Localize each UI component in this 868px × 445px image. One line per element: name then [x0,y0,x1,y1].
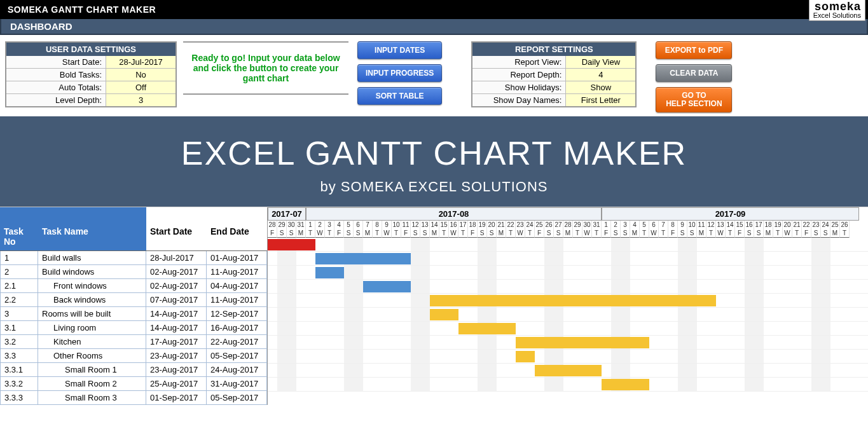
day-number: 11 [697,221,706,229]
table-row[interactable]: 2.2 Back windows 07-Aug-2017 11-Aug-2017 [0,293,267,307]
setting-value[interactable]: First Letter [565,94,635,106]
day-number: 13 [420,221,430,229]
gantt-bar[interactable] [516,337,649,348]
input-dates-button[interactable]: INPUT DATES [357,41,442,59]
setting-row: Show Holidays: Show [472,81,635,93]
day-number: 24 [821,221,830,229]
day-number: 2 [315,221,325,229]
setting-value[interactable]: 4 [565,69,635,81]
task-table: Task No Task Name Start Date End Date 1 … [0,207,268,405]
day-letter: S [544,229,554,238]
logo-big: someka [813,1,861,12]
gantt-bar[interactable] [430,309,458,320]
day-letter: W [716,229,726,238]
day-letter: S [821,229,830,238]
gantt-bar[interactable] [315,253,411,264]
gantt-bar[interactable] [268,239,315,250]
setting-label: Report View: [472,56,565,68]
day-letter: S [611,229,621,238]
day-letter: S [344,229,354,238]
cell-start: 01-Sep-2017 [146,391,207,404]
day-letter: T [306,229,315,238]
report-settings-header: REPORT SETTINGS [472,43,635,56]
cell-task-name: Living room [38,321,146,334]
gantt-bar[interactable] [458,323,516,334]
setting-value[interactable]: 28-Jul-2017 [106,56,176,68]
day-number: 24 [525,221,535,229]
day-number: 19 [773,221,783,229]
day-letter: M [697,229,706,238]
cell-start: 23-Aug-2017 [146,363,207,376]
col-task-no: Task No [0,207,38,251]
day-number: 4 [334,221,344,229]
input-progress-button[interactable]: INPUT PROGRESS [357,64,442,82]
gantt-bar[interactable] [602,379,649,390]
cell-task-no: 3.3 [0,349,38,362]
setting-row: Report View: Daily View [472,56,635,68]
cell-task-name: Build walls [38,251,146,264]
day-letter: S [745,229,754,238]
setting-value[interactable]: No [106,69,176,81]
day-number: 18 [468,221,478,229]
gantt-bar[interactable] [430,295,716,306]
table-row[interactable]: 3 Rooms will be built 14-Aug-2017 12-Sep… [0,307,267,321]
table-row[interactable]: 3.2 Kitchen 17-Aug-2017 22-Aug-2017 [0,335,267,349]
cell-task-name: Other Rooms [38,349,146,362]
cell-task-name: Build windows [38,265,146,278]
gantt-bar[interactable] [363,281,411,292]
day-letter: S [621,229,630,238]
day-number: 18 [764,221,773,229]
setting-value[interactable]: Show [565,81,635,93]
ready-message: Ready to go! Input your data below and c… [183,41,348,95]
cell-task-no: 1 [0,251,38,264]
cell-task-name: Small Room 2 [38,377,146,390]
gantt-bar[interactable] [516,351,535,362]
day-letter: T [840,229,850,238]
table-row[interactable]: 3.1 Living room 14-Aug-2017 16-Aug-2017 [0,321,267,335]
day-number: 31 [592,221,602,229]
cell-task-no: 3 [0,307,38,320]
day-number: 13 [716,221,726,229]
day-number: 23 [811,221,821,229]
col-end: End Date [207,207,267,251]
table-row[interactable]: 2.1 Front windows 02-Aug-2017 04-Aug-201… [0,279,267,293]
cell-start: 23-Aug-2017 [146,349,207,362]
cell-end: 01-Aug-2017 [207,251,267,264]
cell-start: 02-Aug-2017 [146,265,207,278]
setting-value[interactable]: Off [106,81,176,93]
table-row[interactable]: 3.3.3 Small Room 3 01-Sep-2017 05-Sep-20… [0,391,267,405]
bar-row [268,294,868,308]
setting-value[interactable]: Daily View [565,56,635,68]
secondary-buttons: EXPORT to PDF CLEAR DATA GO TO HELP SECT… [656,41,732,113]
bar-row [268,280,868,294]
table-row[interactable]: 2 Build windows 02-Aug-2017 11-Aug-2017 [0,265,267,279]
day-letter: T [506,229,516,238]
day-number: 6 [649,221,659,229]
day-number: 14 [430,221,439,229]
bar-area [268,238,868,392]
cell-task-no: 2 [0,265,38,278]
help-button[interactable]: GO TO HELP SECTION [656,87,732,113]
day-letter: T [325,229,334,238]
gantt-bar[interactable] [535,365,602,376]
gantt-chart: Task No Task Name Start Date End Date 1 … [0,207,868,405]
daylet-row: FSSMTWTFSSMTWTFSSMTWTFSSMTWTFSSMTWTFSSMT… [268,229,868,238]
export-pdf-button[interactable]: EXPORT to PDF [656,41,732,59]
setting-value[interactable]: 3 [106,94,176,106]
clear-data-button[interactable]: CLEAR DATA [656,64,732,82]
day-number: 17 [458,221,468,229]
day-letter: F [268,229,277,238]
table-row[interactable]: 3.3.2 Small Room 2 25-Aug-2017 31-Aug-20… [0,377,267,391]
cell-start: 28-Jul-2017 [146,251,207,264]
gantt-bar[interactable] [315,267,344,278]
table-row[interactable]: 1 Build walls 28-Jul-2017 01-Aug-2017 [0,251,267,265]
day-letter: S [478,229,487,238]
cell-task-name: Small Room 1 [38,363,146,376]
day-letter: T [573,229,582,238]
day-letter: S [811,229,821,238]
table-row[interactable]: 3.3 Other Rooms 23-Aug-2017 05-Sep-2017 [0,349,267,363]
cell-end: 05-Sep-2017 [207,391,267,404]
table-row[interactable]: 3.3.1 Small Room 1 23-Aug-2017 24-Aug-20… [0,363,267,377]
day-letter: F [802,229,811,238]
sort-table-button[interactable]: SORT TABLE [357,87,442,105]
